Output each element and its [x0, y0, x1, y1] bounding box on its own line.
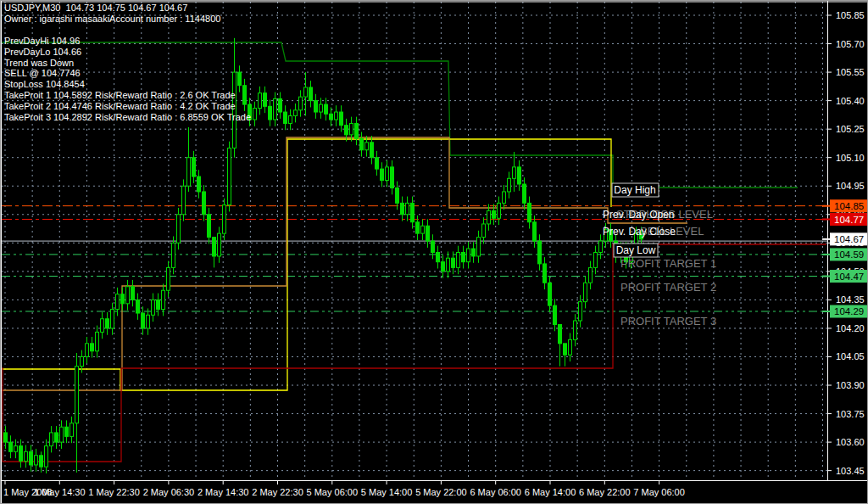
price-badge-label: 104.59: [834, 249, 864, 260]
time-axis-label: 2 May 06:30: [143, 487, 195, 497]
info-line: StopLoss 104.8454: [4, 79, 251, 90]
price-badge-label: 104.85: [834, 201, 864, 211]
info-line: PrevDayHi 104.96: [4, 36, 251, 47]
time-axis-label: 6 May 06:00: [470, 487, 521, 497]
price-axis-label: 104.35: [836, 294, 865, 305]
price-axis[interactable]: 105.85105.70105.55105.40105.25105.10104.…: [822, 10, 868, 476]
price-badge-label: 104.47: [834, 272, 864, 282]
time-axis[interactable]: 1 May 20081 May 14:301 May 22:302 May 06…: [3, 480, 685, 497]
time-axis-label: 7 May 06:00: [633, 487, 685, 497]
chart-label: PROFIT TARGET 3: [620, 315, 716, 328]
trade-info-block: PrevDayHi 104.96PrevDayLo 104.66Trend wa…: [4, 36, 251, 122]
info-line: TakeProit 2 104.4746 Risk/Reward Ratio :…: [4, 101, 251, 112]
price-axis-label: 105.40: [836, 96, 865, 106]
time-axis-label: 6 May 22:00: [579, 487, 631, 497]
price-badge-label: 104.77: [834, 215, 864, 225]
time-axis-label: 1 May 22:30: [88, 487, 140, 497]
mt4-chart-window: STOPLOSS LEVELPrev. Day OpenSELL LEVELPr…: [0, 0, 868, 504]
price-axis-label: 104.05: [836, 351, 865, 361]
day-box-maroon: [3, 244, 826, 462]
price-axis-label: 105.55: [836, 67, 865, 77]
price-axis-label: 103.75: [836, 409, 865, 419]
price-axis-label: 105.10: [836, 153, 865, 163]
price-axis-label: 104.95: [836, 181, 865, 191]
time-axis-label: 6 May 14:00: [525, 487, 576, 497]
chart-label: Day High: [614, 184, 655, 196]
time-axis-label: 5 May 22:00: [415, 487, 467, 497]
owner-line: Owner : igarashi masaakiAccount number :…: [4, 14, 220, 25]
time-axis-label: 5 May 14:00: [361, 487, 413, 497]
time-axis-label: 1 May 14:30: [34, 487, 86, 497]
chart-title: USDJPY,M30 104.73 104.75 104.67 104.67: [4, 3, 187, 14]
price-badge-label: 104.67: [834, 234, 864, 244]
price-axis-label: 105.85: [836, 10, 865, 20]
day-box-orange: [1, 137, 687, 390]
price-badge-label: 104.29: [834, 306, 864, 316]
price-axis-label: 105.70: [836, 39, 865, 49]
price-axis-label: 103.90: [836, 380, 865, 390]
info-line: Trend was Down: [4, 58, 251, 69]
chart-label: PROFIT TARGET 2: [620, 281, 716, 294]
chart-annotations: STOPLOSS LEVELPrev. Day OpenSELL LEVELPr…: [603, 183, 716, 328]
info-line: PrevDayLo 104.66: [4, 47, 251, 58]
info-line: TakeProit 3 104.2892 Risk/Reward Ratio :…: [4, 112, 251, 123]
chart-label: Prev. Day Close: [603, 226, 676, 238]
time-axis-label: 2 May 22:30: [252, 487, 303, 497]
price-axis-label: 103.60: [836, 437, 865, 447]
chart-label: Day Low: [616, 244, 656, 256]
time-axis-label: 5 May 06:00: [307, 487, 359, 497]
info-line: TakeProit 1 104.5892 Risk/Reward Ratio :…: [4, 90, 251, 101]
time-axis-label: 2 May 14:30: [198, 487, 249, 497]
info-line: SELL @ 104.7746: [4, 68, 251, 79]
price-axis-label: 105.25: [836, 124, 865, 134]
price-axis-label: 104.20: [836, 323, 865, 333]
chart-label: PROFIT TARGET 1: [620, 257, 716, 270]
price-axis-label: 103.45: [836, 466, 865, 476]
chart-label: Prev. Day Open: [603, 209, 674, 221]
